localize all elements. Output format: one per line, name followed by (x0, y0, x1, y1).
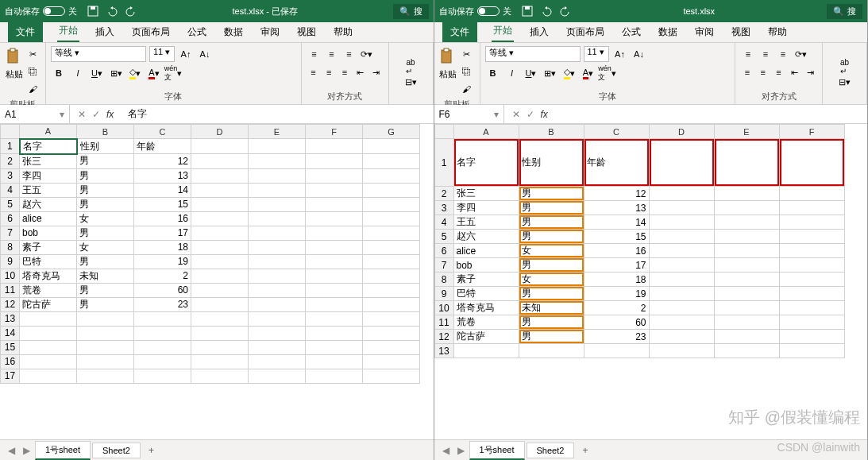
sheet-nav-prev-icon[interactable]: ◀ (439, 445, 453, 456)
cell-A11[interactable]: 荒卷 (20, 283, 77, 297)
cell-A2[interactable]: 张三 (453, 187, 519, 201)
cell-E8[interactable] (714, 273, 779, 287)
cell-F14[interactable] (306, 326, 363, 340)
cell-A14[interactable] (20, 326, 77, 340)
row-header-7[interactable]: 7 (1, 226, 20, 240)
cell-F8[interactable] (306, 240, 363, 254)
orientation-icon[interactable]: ⟳▾ (359, 46, 375, 62)
col-header-F[interactable]: F (306, 125, 363, 139)
menu-layout[interactable]: 页面布局 (130, 22, 172, 42)
italic-button[interactable]: I (70, 65, 86, 81)
row-header-4[interactable]: 4 (434, 215, 453, 230)
cell-G16[interactable] (363, 354, 420, 369)
cell-B4[interactable]: 男 (519, 215, 584, 230)
menu-data[interactable]: 数据 (657, 22, 679, 42)
cell-F17[interactable] (306, 369, 363, 383)
row-header-10[interactable]: 10 (1, 269, 20, 283)
align-top-icon[interactable]: ≡ (740, 46, 756, 62)
align-middle-icon[interactable]: ≡ (758, 46, 773, 62)
row-header-16[interactable]: 16 (1, 354, 20, 369)
cell-A4[interactable]: 王五 (20, 183, 77, 197)
cell-F3[interactable] (306, 168, 363, 183)
search-box[interactable]: 🔍 搜 (393, 4, 429, 19)
font-size-select[interactable]: 11 ▾ (149, 46, 175, 62)
cell-A12[interactable]: 陀古萨 (453, 330, 519, 344)
cancel-icon[interactable]: ✕ (78, 109, 86, 120)
font-name-select[interactable]: 等线 ▾ (51, 46, 146, 62)
cell-F3[interactable] (779, 201, 844, 215)
cell-B12[interactable]: 男 (519, 330, 584, 344)
undo-icon[interactable] (540, 5, 553, 17)
underline-button[interactable]: U▾ (89, 65, 105, 81)
cell-B11[interactable]: 男 (519, 315, 584, 330)
cell-F15[interactable] (306, 340, 363, 354)
menu-help[interactable]: 帮助 (332, 22, 354, 42)
menu-help[interactable]: 帮助 (766, 22, 789, 42)
cell-C9[interactable]: 19 (134, 254, 191, 269)
cell-C10[interactable]: 2 (134, 269, 191, 283)
cell-A5[interactable]: 赵六 (453, 230, 519, 244)
merge-icon[interactable]: ⊟▾ (837, 75, 853, 91)
cell-G3[interactable] (363, 168, 420, 183)
format-painter-icon[interactable]: 🖌 (459, 81, 475, 97)
cell-D13[interactable] (191, 311, 249, 326)
cell-A3[interactable]: 李四 (453, 201, 519, 215)
cell-E9[interactable] (249, 254, 306, 269)
cell-B3[interactable]: 男 (519, 201, 584, 215)
cell-D4[interactable] (191, 183, 249, 197)
cell-G17[interactable] (363, 369, 420, 383)
cell-B12[interactable]: 男 (77, 297, 134, 311)
font-size-select[interactable]: 11 ▾ (584, 46, 609, 62)
row-header-9[interactable]: 9 (1, 254, 20, 269)
cell-D2[interactable] (191, 154, 249, 169)
cell-B1[interactable]: 性别 (77, 139, 134, 154)
cell-F10[interactable] (779, 301, 844, 315)
cell-F4[interactable] (306, 183, 363, 197)
cell-F11[interactable] (779, 315, 844, 330)
cell-D16[interactable] (191, 354, 249, 369)
cell-B9[interactable]: 男 (519, 287, 584, 301)
save-icon[interactable] (87, 5, 99, 17)
cell-G5[interactable] (363, 197, 420, 211)
cell-A17[interactable] (20, 369, 77, 383)
menu-home[interactable]: 开始 (57, 21, 79, 42)
paste-button[interactable]: 粘贴 (439, 46, 457, 81)
col-header-A[interactable]: A (453, 125, 519, 139)
cell-C13[interactable] (134, 311, 191, 326)
border-button[interactable]: ⊞▾ (542, 65, 558, 81)
row-header-11[interactable]: 11 (1, 283, 20, 297)
menu-formula[interactable]: 公式 (620, 22, 642, 42)
cell-D8[interactable] (649, 273, 714, 287)
cell-C3[interactable]: 13 (584, 201, 649, 215)
cell-D5[interactable] (649, 230, 714, 244)
cell-A8[interactable]: 素子 (20, 240, 77, 254)
row-header-6[interactable]: 6 (1, 211, 20, 226)
align-center-icon[interactable]: ≡ (322, 64, 336, 80)
cell-E7[interactable] (249, 226, 306, 240)
name-box[interactable]: A1 ▾ (0, 105, 70, 123)
cell-B5[interactable]: 男 (77, 197, 134, 211)
cell-A13[interactable] (20, 311, 77, 326)
cell-C10[interactable]: 2 (584, 301, 649, 315)
cell-A12[interactable]: 陀古萨 (20, 297, 77, 311)
cell-C6[interactable]: 16 (584, 244, 649, 258)
cell-G13[interactable] (363, 311, 420, 326)
cell-D7[interactable] (191, 226, 249, 240)
cell-A2[interactable]: 张三 (20, 154, 77, 169)
row-header-12[interactable]: 12 (1, 297, 20, 311)
add-sheet-button[interactable]: + (576, 443, 594, 458)
search-box[interactable]: 🔍 搜 (827, 4, 862, 19)
cell-C3[interactable]: 13 (134, 168, 191, 183)
cell-D12[interactable] (191, 297, 249, 311)
align-top-icon[interactable]: ≡ (307, 46, 322, 62)
cell-A6[interactable]: alice (20, 211, 77, 226)
cell-F4[interactable] (779, 215, 844, 230)
spreadsheet-grid[interactable]: ABCDEFG1名字性别年龄2张三男123李四男134王五男145赵六男156a… (0, 124, 434, 439)
cell-E2[interactable] (249, 154, 306, 169)
toggle-off-icon[interactable] (477, 6, 500, 16)
sheet-tab-1[interactable]: 1号sheet (469, 441, 525, 460)
indent-right-icon[interactable]: ⇥ (369, 64, 384, 80)
cell-C11[interactable]: 60 (134, 283, 191, 297)
cell-E8[interactable] (249, 240, 306, 254)
sheet-tab-2[interactable]: Sheet2 (527, 443, 575, 458)
